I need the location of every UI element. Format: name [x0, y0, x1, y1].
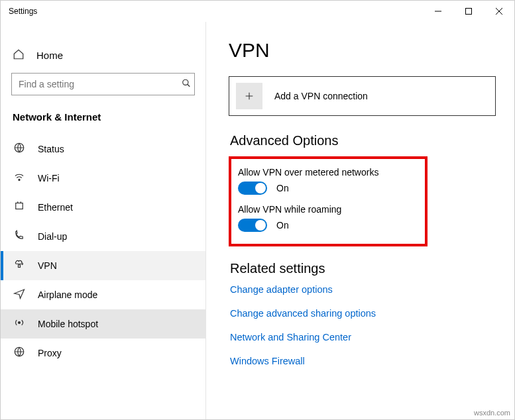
search-input[interactable] — [11, 73, 195, 95]
close-button[interactable] — [484, 1, 514, 22]
watermark: wsxdn.com — [474, 409, 510, 417]
dialup-icon — [13, 229, 26, 244]
sidebar-item-label: Wi-Fi — [38, 173, 60, 184]
toggle-metered-label: Allow VPN over metered networks — [238, 167, 416, 178]
vpn-icon — [13, 258, 26, 273]
svg-point-6 — [19, 322, 21, 324]
toggle-metered-state: On — [276, 183, 289, 193]
sidebar-item-hotspot[interactable]: Mobile hotspot — [1, 309, 205, 339]
minimize-button[interactable] — [423, 1, 453, 22]
airplane-icon — [13, 288, 26, 302]
window-controls — [423, 1, 514, 22]
sidebar-item-label: Status — [38, 144, 64, 154]
advanced-options-heading: Advanced Options — [230, 133, 496, 148]
sidebar: Home Network & Internet Status Wi-Fi Eth… — [1, 22, 206, 419]
sidebar-item-proxy[interactable]: Proxy — [1, 339, 205, 368]
plus-icon — [236, 83, 262, 109]
toggle-roaming-label: Allow VPN while roaming — [238, 204, 416, 215]
page-title: VPN — [229, 39, 496, 62]
search-icon[interactable] — [182, 79, 191, 90]
add-vpn-label: Add a VPN connection — [274, 91, 368, 101]
proxy-icon — [13, 346, 26, 360]
hotspot-icon — [13, 317, 26, 331]
svg-point-1 — [183, 79, 188, 85]
svg-rect-0 — [466, 9, 472, 15]
advanced-options-highlight: Allow VPN over metered networks On Allow… — [229, 156, 428, 246]
sidebar-item-ethernet[interactable]: Ethernet — [1, 193, 205, 222]
svg-rect-4 — [16, 203, 23, 209]
link-network-sharing-center[interactable]: Network and Sharing Center — [230, 332, 496, 342]
sidebar-item-label: VPN — [38, 260, 57, 271]
sidebar-item-label: Proxy — [38, 348, 62, 358]
sidebar-item-dialup[interactable]: Dial-up — [1, 222, 205, 251]
svg-point-3 — [19, 179, 20, 180]
content-pane: VPN Add a VPN connection Advanced Option… — [206, 22, 514, 419]
link-adapter-options[interactable]: Change adapter options — [230, 284, 496, 295]
related-settings-heading: Related settings — [230, 261, 496, 276]
wifi-icon — [13, 171, 26, 185]
maximize-button[interactable] — [453, 1, 484, 22]
add-vpn-button[interactable]: Add a VPN connection — [229, 76, 496, 116]
sidebar-item-label: Mobile hotspot — [38, 319, 98, 329]
toggle-metered[interactable] — [238, 182, 267, 195]
sidebar-item-status[interactable]: Status — [1, 134, 205, 164]
sidebar-item-label: Dial-up — [38, 231, 67, 242]
ethernet-icon — [13, 200, 26, 215]
link-advanced-sharing[interactable]: Change advanced sharing options — [230, 308, 496, 319]
window-title: Settings — [9, 7, 37, 16]
svg-rect-5 — [19, 265, 21, 268]
sidebar-item-wifi[interactable]: Wi-Fi — [1, 164, 205, 193]
sidebar-item-vpn[interactable]: VPN — [1, 251, 205, 280]
status-icon — [13, 142, 26, 156]
home-label: Home — [36, 50, 63, 61]
sidebar-item-airplane[interactable]: Airplane mode — [1, 280, 205, 309]
link-windows-firewall[interactable]: Windows Firewall — [230, 356, 496, 366]
toggle-roaming[interactable] — [238, 219, 267, 232]
home-nav[interactable]: Home — [1, 42, 205, 69]
title-bar: Settings — [1, 1, 514, 22]
toggle-roaming-state: On — [276, 220, 289, 231]
sidebar-item-label: Airplane mode — [38, 289, 97, 300]
category-heading: Network & Internet — [1, 105, 205, 134]
home-icon — [13, 48, 25, 62]
sidebar-item-label: Ethernet — [38, 202, 73, 213]
